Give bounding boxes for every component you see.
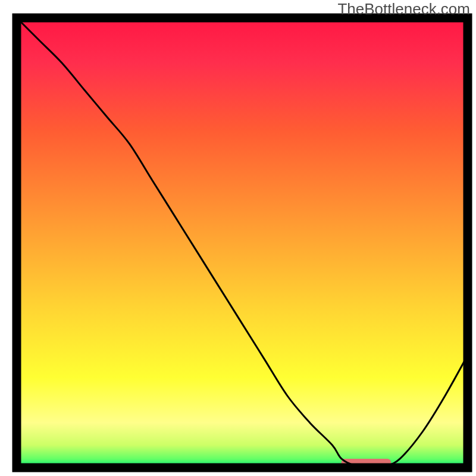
bottleneck-chart bbox=[0, 0, 476, 476]
chart-container: TheBottleneck.com bbox=[0, 0, 476, 476]
gradient-background bbox=[17, 18, 468, 468]
watermark-text: TheBottleneck.com bbox=[337, 0, 470, 18]
